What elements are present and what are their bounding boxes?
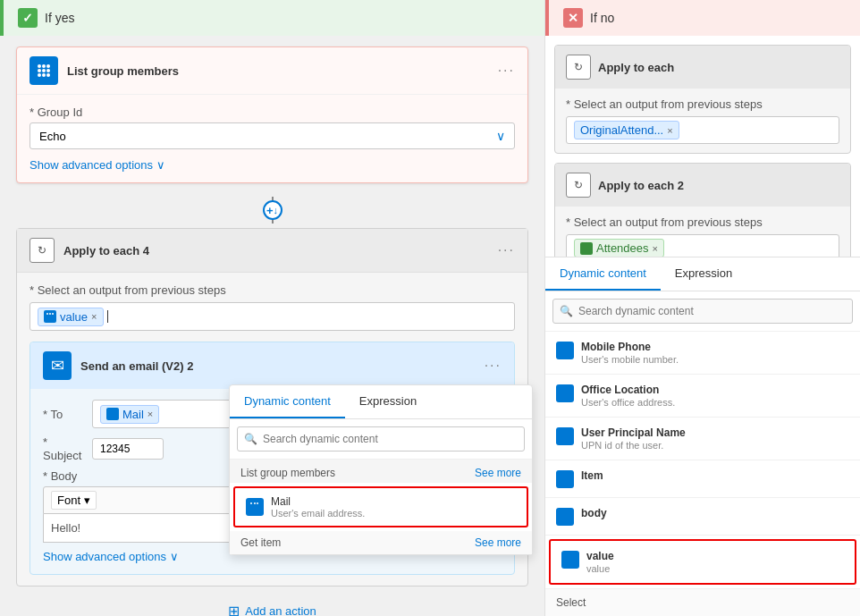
popup-section-header: List group members See more xyxy=(230,460,532,483)
right-dynamic-item[interactable]: User Principal NameUPN id of the user. xyxy=(545,418,860,460)
popup-search-input[interactable] xyxy=(237,426,525,451)
send-email-menu[interactable]: ··· xyxy=(485,358,502,374)
right-search-icon: 🔍 xyxy=(560,305,573,317)
right-search-input[interactable] xyxy=(552,299,853,324)
right-item-icon xyxy=(556,384,574,402)
table-icon: ⊞ xyxy=(228,603,240,616)
list-group-menu[interactable]: ··· xyxy=(498,63,515,79)
right-search-wrapper: 🔍 xyxy=(552,299,853,324)
apply-each1-body: * Select an output from previous steps O… xyxy=(555,89,850,153)
mail-tag-icon xyxy=(106,408,119,420)
send-email-title: Send an email (V2) 2 xyxy=(80,359,476,373)
dropdown-arrow-icon: ∨ xyxy=(496,129,505,143)
apply-each2-title: Apply to each 2 xyxy=(598,179,839,192)
value-tag: value × xyxy=(38,308,104,326)
if-no-label: If no xyxy=(590,11,614,25)
apply-each1-tag-container[interactable]: OriginalAttend... × xyxy=(566,116,839,144)
apply-each1-select-label: * Select an output from previous steps xyxy=(566,97,839,111)
font-selector[interactable]: Font ▾ xyxy=(51,491,97,510)
apply-each4-label: * Select an output from previous steps xyxy=(30,283,515,297)
right-item-icon xyxy=(556,470,574,488)
apply-each4-header: ↻ Apply to each 4 ··· xyxy=(17,229,527,273)
apply-each4-menu[interactable]: ··· xyxy=(498,242,515,258)
original-attend-close[interactable]: × xyxy=(667,125,672,136)
cursor xyxy=(107,310,108,323)
email-icon: ✉ xyxy=(43,351,72,380)
right-item-icon xyxy=(561,551,579,569)
right-content: ↻ Apply to each * Select an output from … xyxy=(545,36,860,257)
body-label: * Body xyxy=(43,469,83,483)
attendees-tag: Attendees × xyxy=(574,239,664,257)
popup-tab-dynamic[interactable]: Dynamic content xyxy=(230,385,345,418)
popup-see-more2[interactable]: See more xyxy=(475,536,521,549)
right-dynamic-item[interactable]: Item xyxy=(545,460,860,498)
right-dynamic-item[interactable]: body xyxy=(545,498,860,536)
right-item-icon xyxy=(556,508,574,526)
apply-each1-title: Apply to each xyxy=(598,61,839,74)
apply-each2-body: * Select an output from previous steps A… xyxy=(555,207,850,257)
right-item-info: body xyxy=(581,507,607,519)
group-id-value: Echo xyxy=(39,130,496,143)
apply-each2-select-label: * Select an output from previous steps xyxy=(566,215,839,229)
popup-mail-name: Mail xyxy=(271,495,365,508)
send-email-header: ✉ Send an email (V2) 2 ··· xyxy=(30,342,514,389)
tag-close-button[interactable]: × xyxy=(91,311,97,322)
apply-each1-header: ↻ Apply to each xyxy=(555,46,850,89)
right-item-desc: UPN id of the user. xyxy=(581,440,686,451)
list-group-body: * Group Id Echo ∨ Show advanced options … xyxy=(17,95,527,182)
add-step-button[interactable]: + ↓ xyxy=(263,200,282,220)
right-item-icon xyxy=(556,342,574,359)
subject-label: * Subject xyxy=(43,435,83,462)
select-label: Select xyxy=(545,588,860,616)
right-dynamic-item[interactable]: Office LocationUser's office address. xyxy=(545,375,860,418)
right-dynamic-item[interactable]: valuevalue xyxy=(549,539,856,585)
apply-each4-tag-container[interactable]: value × xyxy=(30,302,515,331)
mail-tag-label: Mail xyxy=(122,408,144,421)
group-id-input[interactable]: Echo ∨ xyxy=(30,122,515,149)
tag-label: value xyxy=(60,310,88,324)
right-item-info: Office LocationUser's office address. xyxy=(581,384,675,408)
right-item-info: valuevalue xyxy=(586,550,614,574)
list-group-header: List group members ··· xyxy=(17,47,527,95)
right-item-info: Mobile PhoneUser's mobile number. xyxy=(581,341,679,365)
if-yes-label: If yes xyxy=(45,11,74,25)
right-item-desc: User's mobile number. xyxy=(581,354,679,365)
chevron-down-icon2: ∨ xyxy=(170,550,179,563)
right-tab-expression[interactable]: Expression xyxy=(661,257,746,291)
popup-mail-item[interactable]: Mail User's email address. xyxy=(233,486,528,527)
attendees-close[interactable]: × xyxy=(653,243,658,254)
right-tab-dynamic[interactable]: Dynamic content xyxy=(545,257,661,291)
right-item-name: User Principal Name xyxy=(581,426,686,439)
check-icon: ✓ xyxy=(18,8,38,28)
right-dynamic-item[interactable]: Mobile PhoneUser's mobile number. xyxy=(545,332,860,375)
body-text: Hello! xyxy=(51,521,80,535)
right-item-name: value xyxy=(586,550,614,562)
list-group-show-advanced[interactable]: Show advanced options ∨ xyxy=(30,158,515,172)
popup-section-title: List group members xyxy=(240,467,335,479)
connector: + ↓ xyxy=(0,192,544,228)
mail-tag-close[interactable]: × xyxy=(148,409,153,419)
right-item-name: Mobile Phone xyxy=(581,341,679,353)
original-attend-label: OriginalAttend... xyxy=(580,123,663,137)
font-dropdown-icon: ▾ xyxy=(84,494,90,507)
subject-value[interactable]: 12345 xyxy=(92,438,164,460)
popup-tabs: Dynamic content Expression xyxy=(230,385,532,419)
apply-each2-tag-container[interactable]: Attendees × xyxy=(566,234,839,257)
list-group-card: List group members ··· * Group Id Echo ∨… xyxy=(16,46,528,183)
right-item-name: Item xyxy=(581,469,603,482)
right-item-desc: User's office address. xyxy=(581,397,675,408)
plus-icon: + xyxy=(266,204,274,217)
right-search: 🔍 xyxy=(545,291,860,332)
right-item-name: body xyxy=(581,507,607,519)
if-no-header: ✕ If no xyxy=(545,0,860,36)
dynamic-content-popup: Dynamic content Expression 🔍 List group … xyxy=(229,384,533,555)
to-label: * To xyxy=(43,408,83,421)
popup-tab-expression[interactable]: Expression xyxy=(345,385,431,418)
add-action-button[interactable]: ⊞ Add an action xyxy=(0,595,544,616)
apply-each4-icon: ↻ xyxy=(30,238,55,263)
popup-see-more1[interactable]: See more xyxy=(475,467,521,479)
group-id-label: * Group Id xyxy=(30,105,515,119)
right-panel: ✕ If no ↻ Apply to each * Select an outp… xyxy=(544,0,860,616)
apply-each4-title: Apply to each 4 xyxy=(63,244,489,257)
group-id-field: * Group Id Echo ∨ xyxy=(30,105,515,149)
